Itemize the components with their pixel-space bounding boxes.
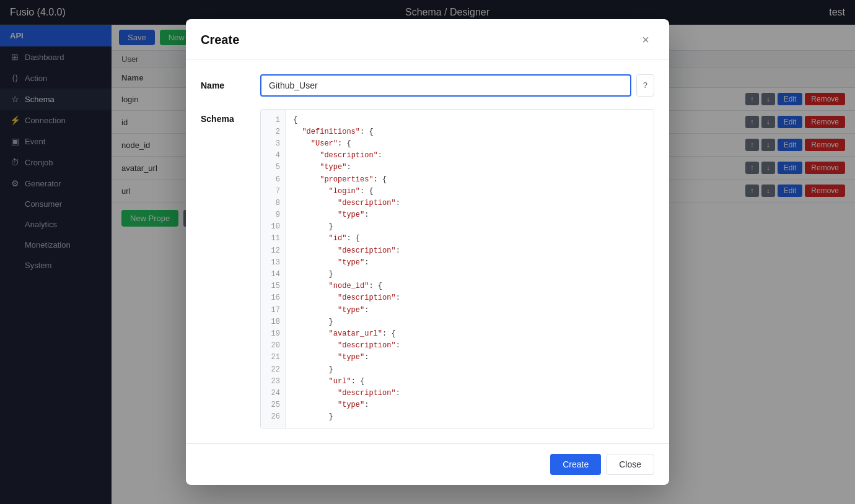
schema-label: Schema [201,109,250,124]
create-modal: Create × Name ? Schema 12345678910111213… [186,19,669,485]
modal-body: Name ? Schema 12345678910111213141516171… [186,59,669,444]
close-button[interactable]: Close [606,454,654,475]
schema-row: Schema 123456789101112131415161718192021… [201,109,654,429]
code-editor[interactable]: 1234567891011121314151617181920212223242… [260,109,654,429]
code-area: 1234567891011121314151617181920212223242… [261,110,654,428]
help-button[interactable]: ? [636,74,654,97]
code-content[interactable]: { "definitions": { "User": { "descriptio… [286,110,654,428]
name-row: Name ? [201,74,654,97]
name-input[interactable] [260,74,631,97]
name-label: Name [201,80,250,90]
modal-overlay[interactable]: Create × Name ? Schema 12345678910111213… [0,0,855,504]
name-input-wrap: ? [260,74,654,97]
modal-footer: Create Close [186,443,669,485]
line-numbers: 1234567891011121314151617181920212223242… [261,110,286,428]
modal-title: Create [201,33,239,47]
create-button[interactable]: Create [550,454,601,475]
modal-header: Create × [186,19,669,59]
modal-close-button[interactable]: × [637,32,654,49]
